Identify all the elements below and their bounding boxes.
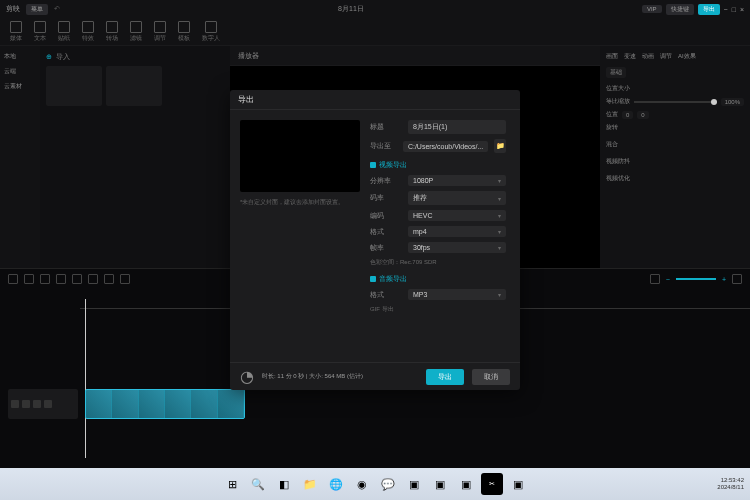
audio-format-select[interactable]: MP3▾ <box>408 289 506 300</box>
shortcut-button[interactable]: 快捷键 <box>666 4 694 15</box>
progress-icon: ◔ <box>240 367 254 386</box>
vip-badge[interactable]: VIP <box>642 5 662 13</box>
scale-label: 等比缩放 <box>606 97 630 106</box>
source-lib[interactable]: 云素材 <box>4 82 36 91</box>
bitrate-select[interactable]: 推荐▾ <box>408 191 506 205</box>
player-label: 播放器 <box>238 51 259 61</box>
taskview-icon[interactable]: ◧ <box>273 473 295 495</box>
pos-y[interactable]: 0 <box>637 111 648 119</box>
tool-digital-human[interactable]: 数字人 <box>200 21 222 43</box>
playhead[interactable] <box>85 299 86 458</box>
scale-slider[interactable] <box>634 101 717 103</box>
tl-zoom-out[interactable]: − <box>666 276 670 283</box>
tl-tool[interactable] <box>8 274 18 284</box>
audio-export-header: 音频导出 <box>379 274 407 284</box>
menu-button[interactable]: 菜单 <box>26 4 48 15</box>
cancel-button[interactable]: 取消 <box>472 369 510 385</box>
chevron-down-icon: ▾ <box>498 291 501 298</box>
fps-label: 帧率 <box>370 243 402 253</box>
tl-tool[interactable] <box>120 274 130 284</box>
tl-fit-icon[interactable] <box>732 274 742 284</box>
asset-source-panel: 本地 云端 云素材 <box>0 46 40 268</box>
tab-ai[interactable]: AI效果 <box>678 52 696 61</box>
search-icon[interactable]: 🔍 <box>247 473 269 495</box>
chevron-down-icon: ▾ <box>498 244 501 251</box>
app-icon[interactable]: ▣ <box>455 473 477 495</box>
chevron-down-icon: ▾ <box>498 177 501 184</box>
start-button[interactable]: ⊞ <box>221 473 243 495</box>
wechat-icon[interactable]: 💬 <box>377 473 399 495</box>
cover-hint: *未自定义封面，建议去添加封面设置。 <box>240 198 360 207</box>
windows-taskbar[interactable]: ⊞ 🔍 ◧ 📁 🌐 ◉ 💬 ▣ ▣ ▣ ✂ ▣ 12:53:42 2024/8/… <box>0 468 750 500</box>
format-label: 格式 <box>370 227 402 237</box>
tl-tool[interactable] <box>40 274 50 284</box>
tl-tool[interactable] <box>104 274 114 284</box>
tl-tool[interactable] <box>24 274 34 284</box>
rot-label: 旋转 <box>606 123 618 132</box>
undo-icon[interactable]: ↶ <box>54 5 60 13</box>
explorer-icon[interactable]: 📁 <box>299 473 321 495</box>
export-preview <box>240 120 360 192</box>
export-button[interactable]: 导出 <box>426 369 464 385</box>
tool-filter[interactable]: 滤镜 <box>128 21 144 43</box>
tl-zoom-in[interactable]: + <box>722 276 726 283</box>
title-input[interactable]: 8月15日(1) <box>408 120 506 134</box>
track-header[interactable] <box>8 389 78 419</box>
optimize-header: 视频优化 <box>606 174 630 183</box>
minimize-icon[interactable]: − <box>724 6 728 13</box>
codec-select[interactable]: HEVC▾ <box>408 210 506 221</box>
format-select[interactable]: mp4▾ <box>408 226 506 237</box>
video-clip[interactable] <box>85 389 245 419</box>
tl-tool[interactable] <box>56 274 66 284</box>
tab-speed[interactable]: 变速 <box>624 52 636 61</box>
pos-label: 位置 <box>606 110 618 119</box>
app-name: 剪映 <box>6 4 20 14</box>
scale-value[interactable]: 100% <box>721 98 744 106</box>
tool-transition[interactable]: 转场 <box>104 21 120 43</box>
titlebar-export-button[interactable]: 导出 <box>698 4 720 15</box>
duration-estimate: 时长: 11 分 0 秒 | 大小: 564 MB (估计) <box>262 372 363 381</box>
maximize-icon[interactable]: □ <box>732 6 736 13</box>
chrome-icon[interactable]: ◉ <box>351 473 373 495</box>
system-tray[interactable]: 12:53:42 2024/8/11 <box>717 477 744 491</box>
browse-folder-button[interactable]: 📁 <box>494 139 506 153</box>
dialog-title: 导出 <box>238 94 254 105</box>
capcut-icon[interactable]: ✂ <box>481 473 503 495</box>
media-thumbnail[interactable] <box>46 66 102 106</box>
app-icon[interactable]: ▣ <box>507 473 529 495</box>
project-date: 8月11日 <box>338 4 364 14</box>
source-local[interactable]: 本地 <box>4 52 36 61</box>
tl-mic-icon[interactable] <box>650 274 660 284</box>
path-input[interactable]: C:/Users/coub/Videos/... <box>403 141 488 152</box>
tab-picture[interactable]: 画面 <box>606 52 618 61</box>
tl-tool[interactable] <box>88 274 98 284</box>
tl-tool[interactable] <box>72 274 82 284</box>
tab-adjust[interactable]: 调节 <box>660 52 672 61</box>
resolution-select[interactable]: 1080P▾ <box>408 175 506 186</box>
main-toolbar: 媒体 文本 贴纸 特效 转场 滤镜 调节 模板 数字人 <box>0 18 750 46</box>
close-icon[interactable]: × <box>740 6 744 13</box>
tool-sticker[interactable]: 贴纸 <box>56 21 72 43</box>
edge-icon[interactable]: 🌐 <box>325 473 347 495</box>
tl-zoom-slider[interactable] <box>676 278 716 280</box>
tool-text[interactable]: 文本 <box>32 21 48 43</box>
app-icon[interactable]: ▣ <box>429 473 451 495</box>
fps-select[interactable]: 30fps▾ <box>408 242 506 253</box>
tool-media[interactable]: 媒体 <box>8 21 24 43</box>
title-label: 标题 <box>370 122 402 132</box>
pos-size-header: 位置大小 <box>606 84 630 93</box>
folder-icon: 📁 <box>496 142 505 150</box>
import-button[interactable]: 导入 <box>56 52 70 62</box>
basic-tab[interactable]: 基础 <box>606 67 626 78</box>
tab-anim[interactable]: 动画 <box>642 52 654 61</box>
pos-x[interactable]: 0 <box>622 111 633 119</box>
tool-adjust[interactable]: 调节 <box>152 21 168 43</box>
codec-label: 编码 <box>370 211 402 221</box>
tool-template[interactable]: 模板 <box>176 21 192 43</box>
chevron-down-icon: ▾ <box>498 228 501 235</box>
app-icon[interactable]: ▣ <box>403 473 425 495</box>
tool-effects[interactable]: 特效 <box>80 21 96 43</box>
source-cloud[interactable]: 云端 <box>4 67 36 76</box>
media-thumbnail[interactable] <box>106 66 162 106</box>
gif-export-header: GIF 导出 <box>370 305 506 314</box>
